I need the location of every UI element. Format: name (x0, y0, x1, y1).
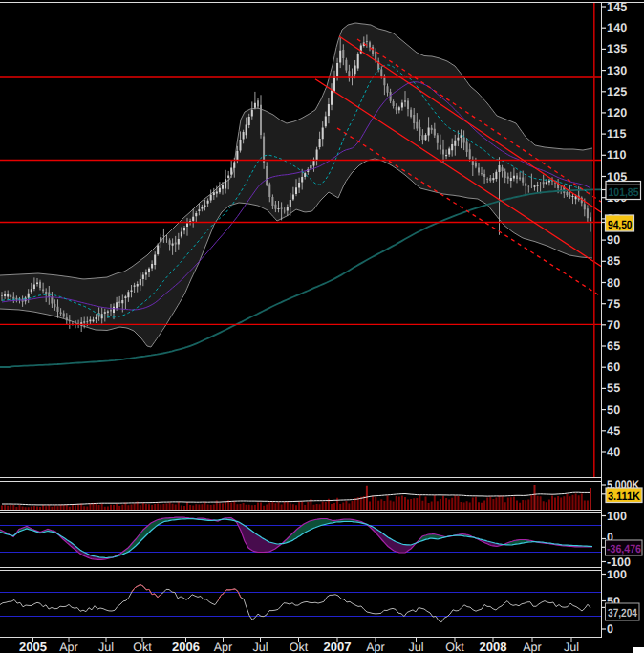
svg-text:2005: 2005 (19, 640, 47, 653)
svg-text:Okt: Okt (290, 641, 309, 653)
svg-text:55: 55 (607, 381, 620, 395)
svg-text:Okt: Okt (445, 641, 464, 653)
svg-text:Apr: Apr (59, 641, 77, 653)
svg-text:60: 60 (607, 360, 620, 374)
svg-text:3.111K: 3.111K (608, 490, 640, 503)
svg-text:Jul: Jul (98, 641, 114, 653)
svg-text:145: 145 (607, 0, 627, 13)
svg-text:Apr: Apr (523, 641, 541, 653)
svg-text:65: 65 (607, 339, 620, 353)
svg-text:-100: -100 (607, 555, 631, 569)
svg-text:37,204: 37,204 (608, 606, 637, 620)
svg-text:120: 120 (607, 106, 627, 120)
svg-text:2007: 2007 (324, 640, 352, 653)
svg-text:75: 75 (607, 297, 620, 311)
svg-text:50: 50 (607, 403, 620, 417)
svg-text:125: 125 (607, 85, 627, 98)
svg-text:Jul: Jul (253, 641, 268, 653)
svg-text:80: 80 (607, 276, 620, 290)
svg-text:Jul: Jul (409, 641, 424, 653)
svg-text:85: 85 (607, 254, 620, 268)
svg-text:Apr: Apr (366, 641, 384, 653)
svg-text:0: 0 (607, 622, 613, 636)
svg-text:Apr: Apr (214, 641, 232, 653)
svg-text:100: 100 (607, 568, 627, 581)
svg-text:90: 90 (607, 233, 620, 247)
svg-text:140: 140 (607, 21, 627, 34)
svg-text:135: 135 (607, 42, 627, 55)
svg-text:2006: 2006 (172, 640, 200, 653)
svg-text:40: 40 (607, 446, 620, 459)
svg-text:45: 45 (607, 424, 620, 438)
svg-text:115: 115 (607, 127, 627, 141)
svg-text:130: 130 (607, 64, 627, 77)
svg-text:100: 100 (607, 510, 627, 523)
svg-text:Jul: Jul (564, 641, 579, 653)
svg-text:110: 110 (607, 148, 627, 162)
svg-text:94,50: 94,50 (608, 218, 633, 231)
svg-text:Okt: Okt (133, 641, 152, 653)
svg-text:-36,476: -36,476 (607, 542, 641, 555)
svg-text:70: 70 (607, 318, 620, 332)
svg-text:101,85: 101,85 (609, 185, 639, 199)
svg-text:2008: 2008 (480, 640, 507, 653)
